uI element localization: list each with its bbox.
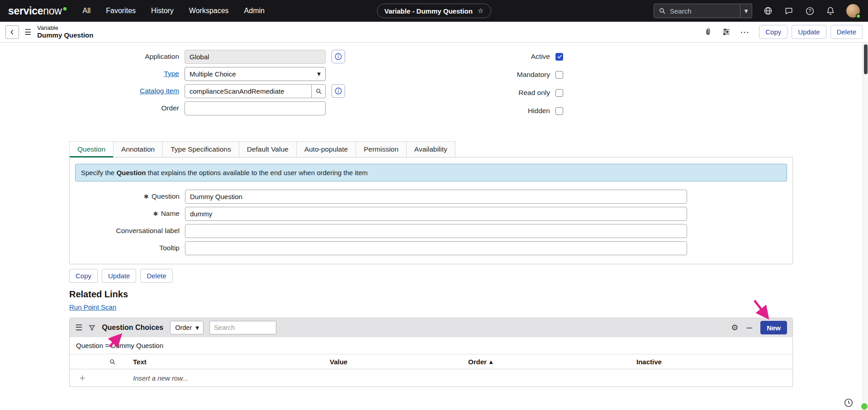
read-only-checkbox[interactable] <box>555 89 563 97</box>
column-search-icon[interactable] <box>95 358 129 365</box>
tab-default-value[interactable]: Default Value <box>239 141 297 157</box>
menu-favorites[interactable]: Favorites <box>106 7 136 15</box>
delete-button[interactable]: Delete <box>830 25 863 39</box>
list-search-field-select[interactable]: Order ▼ <box>170 321 204 334</box>
catalog-item-label-link[interactable]: Catalog item <box>0 87 185 95</box>
menu-all[interactable]: All <box>83 7 91 15</box>
tab-annotation[interactable]: Annotation <box>114 141 163 157</box>
notifications-bell-icon[interactable] <box>825 6 835 16</box>
corner-status-dot <box>861 403 868 410</box>
menu-workspaces[interactable]: Workspaces <box>189 7 229 15</box>
related-links-heading: Related Links <box>69 289 863 300</box>
catalog-item-lookup-button[interactable] <box>312 84 326 98</box>
footer-update-button[interactable]: Update <box>102 269 136 283</box>
mandatory-checkbox[interactable] <box>555 71 563 79</box>
list-search-field-value: Order <box>175 324 192 331</box>
conversational-label: Conversational label <box>70 227 185 235</box>
application-input[interactable] <box>185 50 326 64</box>
footer-copy-button[interactable]: Copy <box>69 269 98 283</box>
response-time-clock-icon[interactable] <box>842 396 855 409</box>
update-button[interactable]: Update <box>792 25 826 39</box>
list-breadcrumb[interactable]: Question = Dummy Question <box>70 337 792 354</box>
list-search-input[interactable] <box>209 321 276 334</box>
name-label-text: Name <box>161 210 180 217</box>
new-button[interactable]: New <box>760 321 787 334</box>
column-header-value[interactable]: Value <box>326 358 465 366</box>
tab-availability[interactable]: Availability <box>407 141 455 157</box>
catalog-item-info-button[interactable] <box>332 84 345 98</box>
servicenow-logo[interactable]: servicenow <box>8 5 66 17</box>
type-select[interactable]: Multiple Choice ▼ <box>185 67 326 81</box>
tooltip-input[interactable] <box>185 241 687 255</box>
column-header-text[interactable]: Text <box>129 358 326 366</box>
caret-down-icon: ▼ <box>745 9 748 14</box>
related-links-section: Related Links Run Point Scan <box>69 289 863 311</box>
record-header-icons: ⋯ <box>704 27 749 38</box>
attachment-paperclip-icon[interactable] <box>704 28 712 36</box>
chat-icon[interactable] <box>784 6 794 16</box>
tab-permission[interactable]: Permission <box>356 141 407 157</box>
list-breadcrumb-text: Question = Dummy Question <box>76 342 163 349</box>
order-input[interactable] <box>185 101 326 115</box>
context-pill[interactable]: Variable - Dummy Question ☆ <box>377 4 492 18</box>
name-input[interactable] <box>185 207 687 221</box>
list-collapse-icon[interactable]: − <box>745 323 753 332</box>
logo-now-text: now <box>43 5 62 17</box>
application-info-button[interactable] <box>332 50 345 63</box>
required-icon: ✱ <box>144 193 149 200</box>
catalog-item-input[interactable] <box>185 84 312 98</box>
conversational-label-input[interactable] <box>185 224 687 238</box>
active-label: Active <box>531 52 555 61</box>
help-glyph: ? <box>808 8 811 14</box>
tab-default-value-label: Default Value <box>247 145 289 153</box>
tab-question-label: Question <box>77 145 105 153</box>
active-checkbox[interactable] <box>555 53 563 61</box>
list-filter-icon[interactable] <box>88 324 96 332</box>
form-context-menu-icon[interactable]: ☰ <box>24 28 31 37</box>
globe-icon[interactable] <box>763 6 773 16</box>
question-input[interactable] <box>185 190 687 204</box>
page-scrollbar[interactable] <box>863 43 868 410</box>
insert-row-plus-icon[interactable]: + <box>70 373 95 382</box>
name-label: ✱Name <box>70 210 185 218</box>
list-context-menu-icon[interactable]: ☰ <box>75 324 82 332</box>
more-options-icon[interactable]: ⋯ <box>740 27 749 38</box>
record-name: Dummy Question <box>37 31 93 39</box>
global-search-input[interactable] <box>670 7 735 15</box>
record-title-block: Variable Dummy Question <box>37 24 93 39</box>
column-header-inactive[interactable]: Inactive <box>633 358 792 366</box>
type-select-value: Multiple Choice <box>190 70 236 78</box>
mandatory-label: Mandatory <box>517 71 555 79</box>
menu-history[interactable]: History <box>151 7 174 15</box>
user-avatar[interactable] <box>846 4 860 18</box>
question-tab-panel: Specify the Question that explains the o… <box>69 157 793 264</box>
tab-annotation-label: Annotation <box>121 145 155 153</box>
list-column-headers: Text Value Order ▲ Inactive <box>70 354 792 369</box>
insert-row[interactable]: + Insert a new row... <box>70 369 792 386</box>
favorite-star-icon[interactable]: ☆ <box>478 7 484 15</box>
list-settings-gear-icon[interactable]: ⚙ <box>731 324 738 332</box>
back-button[interactable] <box>5 25 19 39</box>
scrollbar-thumb[interactable] <box>864 44 868 74</box>
tooltip-label: Tooltip <box>70 244 185 252</box>
menu-admin[interactable]: Admin <box>244 7 265 15</box>
info-banner: Specify the Question that explains the o… <box>75 164 787 181</box>
banner-text-prefix: Specify the <box>81 169 116 176</box>
type-label-link[interactable]: Type <box>0 70 185 78</box>
copy-button[interactable]: Copy <box>759 25 787 39</box>
list-header: ☰ Question Choices Order ▼ ⚙ − New <box>70 318 792 337</box>
footer-delete-button[interactable]: Delete <box>140 269 172 283</box>
run-point-scan-link[interactable]: Run Point Scan <box>69 303 116 311</box>
tab-question[interactable]: Question <box>69 141 114 157</box>
help-icon[interactable]: ? <box>805 6 815 16</box>
personalize-form-icon[interactable] <box>722 28 730 36</box>
global-search-box[interactable] <box>654 4 740 18</box>
hidden-checkbox[interactable] <box>555 107 563 115</box>
banner-text-bold: Question <box>116 169 146 176</box>
column-header-order[interactable]: Order ▲ <box>465 358 633 366</box>
tab-type-specifications[interactable]: Type Specifications <box>163 141 239 157</box>
check-icon <box>557 54 562 59</box>
main-menu: All Favorites History Workspaces Admin <box>83 7 265 15</box>
search-scope-button[interactable]: ▼ <box>740 4 752 18</box>
tab-auto-populate[interactable]: Auto-populate <box>297 141 356 157</box>
